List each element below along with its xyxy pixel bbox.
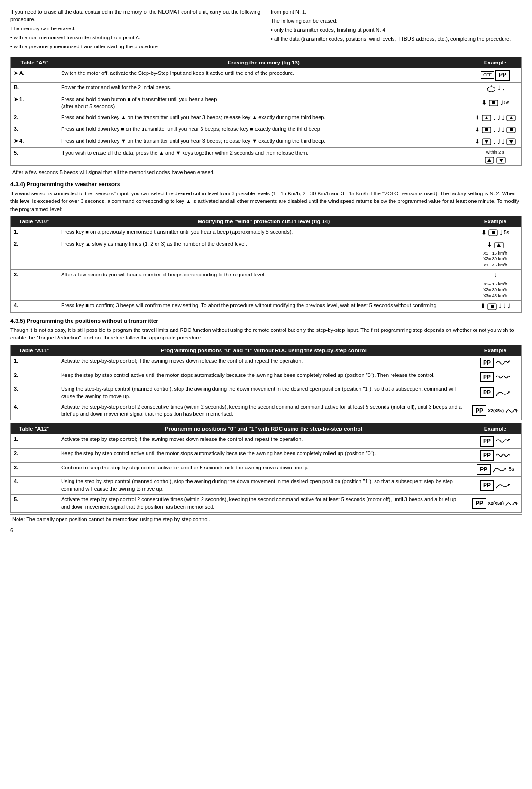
row-text: Activate the step-by-step control; if th…: [58, 356, 469, 370]
svg-marker-19: [499, 159, 503, 162]
wave-icon2: [495, 373, 511, 381]
table-row: 4. Press and hold down key ▼ on the tran…: [11, 136, 522, 147]
table-a9-col3: Example: [469, 57, 522, 68]
table-row: 4. Press key ■ to confirm; 3 beeps will …: [11, 301, 522, 312]
intro-left: If you need to erase all the data contai…: [10, 9, 261, 52]
row-id: 2.: [11, 370, 58, 384]
row-example: PP: [469, 448, 521, 462]
transmitter-dn-icon: [496, 156, 506, 164]
svg-rect-9: [485, 128, 488, 131]
pp-icon: PP: [472, 405, 486, 416]
section-heading-43-5: 4.3.5) Programming the positions without…: [10, 318, 522, 324]
wave-icon: [495, 359, 511, 367]
table-row: 2. Press and hold down key ▲ on the tran…: [11, 112, 522, 124]
table-row: 4. Activate the step-by-step control 2 c…: [11, 402, 522, 420]
row-id: 1.: [11, 227, 58, 239]
table-a11-col3: Example: [469, 345, 521, 356]
row-text: Press and hold down key ■ on the transmi…: [58, 124, 469, 136]
row-text: Press and hold down button ■ of a transm…: [58, 94, 469, 112]
table-row: 3. Press and hold down key ■ on the tran…: [11, 124, 522, 136]
table-row: 5. If you wish to erase all the data, pr…: [11, 148, 522, 166]
row-id: 3.: [11, 462, 58, 477]
svg-rect-11: [510, 128, 513, 131]
row-text: Press key ■ to confirm; 3 beeps will con…: [58, 301, 469, 312]
down-arrow-icon: ⬇: [475, 138, 480, 146]
table-row: 3. Continue to keep the step-by-step con…: [11, 462, 522, 477]
row-example: PP: [469, 477, 521, 495]
row-example: PP X2(X5s): [469, 495, 521, 513]
pp-icon: PP: [480, 450, 494, 461]
svg-rect-21: [492, 231, 495, 234]
transmitter-sq-icon: [506, 126, 516, 134]
down-arrow-icon: ⬇: [480, 302, 486, 311]
note-icon: ♩: [493, 114, 496, 122]
table-row: 5. Activate the step-by-step control 2 c…: [11, 495, 522, 513]
note-icon: ♩: [502, 114, 504, 122]
table-a11: Table "A11" Programming positions "0" an…: [10, 345, 522, 420]
table-row: B. Power the motor and wait for the 2 in…: [11, 82, 522, 94]
section-text-43-5: Though it is not as easy, it is still po…: [10, 326, 522, 342]
note-bottom: Note: The partially open position cannot…: [10, 514, 522, 523]
note-icon: ♩: [502, 126, 504, 134]
row-id: 1.: [11, 434, 58, 448]
diagonal-wave-icon: [495, 482, 511, 489]
svg-marker-13: [485, 140, 488, 144]
svg-marker-17: [487, 158, 491, 162]
note-icon: ♩: [500, 229, 503, 237]
transmitter-up-icon: [484, 156, 495, 164]
row-text: Power the motor and wait for the 2 initi…: [58, 82, 469, 94]
intro-right: from point N. 1. The following can be er…: [271, 9, 522, 52]
row-example: ⬇ X1= 15 km/hX2= 30 km/hX3= 45 km/h: [469, 239, 522, 270]
row-text: Press key ▲ slowly as many times (1, 2 o…: [58, 239, 469, 270]
svg-point-0: [487, 87, 495, 92]
note-icon: ♩: [497, 126, 500, 134]
row-id: 2.: [11, 112, 58, 124]
row-text: Press and hold down key ▼ on the transmi…: [58, 136, 469, 147]
table-a12-col3: Example: [469, 423, 521, 434]
svg-marker-15: [509, 140, 513, 144]
table-a10-col1: Table "A10": [11, 216, 58, 227]
down-arrow-icon: ⬇: [487, 240, 492, 249]
row-id: 4.: [11, 301, 58, 312]
5s-label: 5s: [504, 229, 509, 236]
wave-icon: [495, 437, 511, 445]
row-example: ⬇ ♩ 5s: [469, 94, 522, 112]
svg-marker-5: [485, 116, 488, 119]
wind-level-text: X1= 15 km/hX2= 30 km/hX3= 45 km/h: [483, 250, 507, 268]
after-note: After a few seconds 5 beeps will signal …: [10, 168, 522, 176]
row-text: Continue to keep the step-by-step contro…: [58, 462, 469, 477]
transmitter-sq-icon: [488, 229, 498, 237]
table-row: 1. Activate the step-by-step control; if…: [11, 434, 522, 448]
section-heading-43-4: 4.3.4) Programming the weather sensors: [10, 181, 522, 188]
row-text: After a few seconds you will hear a numb…: [58, 270, 469, 301]
row-example: ♩ ♩: [469, 82, 522, 94]
row-text: Using the step-by-step control (manned c…: [58, 477, 469, 495]
section-text-43-4: If a wind sensor is connected to the "se…: [10, 190, 522, 213]
down-arrow-icon: ⬇: [481, 98, 487, 108]
wind-level-text2: X1= 15 km/hX2= 30 km/hX3= 45 km/h: [483, 281, 507, 299]
table-a11-col1: Table "A11": [11, 345, 58, 356]
row-id: 4.: [11, 136, 58, 147]
transmitter-icon: [488, 99, 499, 107]
table-a9-col1: Table "A9": [11, 57, 58, 68]
table-row: 3. After a few seconds you will hear a n…: [11, 270, 522, 301]
row-example: PP: [469, 356, 521, 370]
row-text: Keep the step-by-step control active unt…: [58, 370, 469, 384]
row-text: Activate the step-by-step control 2 cons…: [58, 402, 469, 420]
row-text: If you wish to erase all the data, press…: [58, 148, 469, 166]
svg-marker-7: [509, 116, 513, 119]
table-row: 2. Keep the step-by-step control active …: [11, 448, 522, 462]
diagonal-wave-icon: [495, 389, 511, 397]
table-a11-col2: Programming positions "0" and "1" withou…: [58, 345, 469, 356]
note-icon: ♩: [502, 84, 505, 92]
pp-icon: PP: [477, 464, 491, 475]
table-row: A. Switch the motor off, activate the St…: [11, 68, 522, 82]
row-example: PP 5s: [469, 462, 521, 477]
row-text: Activate the step-by-step control; if th…: [58, 434, 469, 448]
transmitter-up-icon: [494, 241, 504, 249]
svg-rect-3: [492, 101, 495, 104]
note-icon: ♩: [493, 138, 496, 146]
transmitter-sq-icon: [487, 303, 497, 311]
row-id: A.: [11, 68, 58, 82]
table-a10-col2: Modifying the "wind" protection cut-in l…: [58, 216, 469, 227]
